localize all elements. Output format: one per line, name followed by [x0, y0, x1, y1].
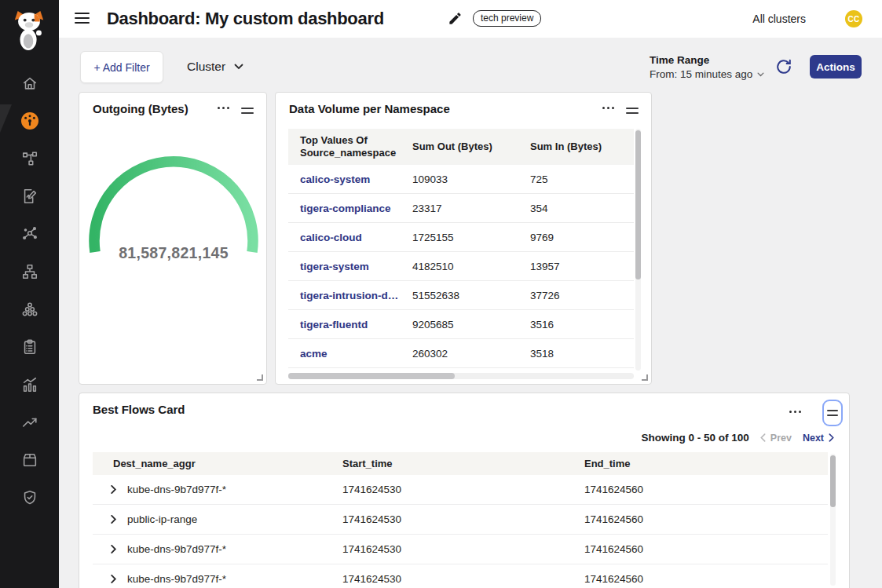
package-box-icon: [21, 451, 38, 469]
namespace-link[interactable]: calico-cloud: [288, 232, 401, 243]
namespace-link[interactable]: acme: [288, 348, 401, 360]
column-header: Start_time: [342, 458, 584, 469]
trend-arrow-icon: [21, 414, 38, 431]
sitemap-icon: [21, 263, 38, 280]
sidebar-item-service-graph[interactable]: [0, 145, 59, 172]
table-row-expandable[interactable]: public-ip-range 1741624530 1741624560: [93, 505, 828, 535]
time-range: Time Range From: 15 minutes ago: [650, 54, 764, 80]
sidebar-item-cluster-bubbles[interactable]: [0, 296, 59, 323]
sum-out-cell: 1725155: [401, 232, 518, 243]
chevron-left-icon: [760, 433, 766, 442]
ellipsis-menu-icon[interactable]: [601, 102, 616, 114]
namespace-link[interactable]: tigera-fluentd: [288, 319, 401, 331]
refresh-button[interactable]: [775, 58, 794, 77]
sum-in-cell: 3516: [518, 319, 634, 331]
sidebar-item-network-share[interactable]: [0, 221, 59, 247]
chevron-right-expand-icon[interactable]: [109, 545, 118, 553]
sum-in-cell: 13957: [518, 261, 634, 272]
table-header-row: Dest_name_aggr Start_time End_time: [93, 452, 828, 475]
sidebar-item-shield[interactable]: [0, 484, 59, 511]
sidebar-item-sitemap[interactable]: [0, 258, 59, 285]
prev-button[interactable]: Prev: [760, 433, 792, 444]
dest-cell: kube-dns-9b7d977f-*: [127, 573, 226, 585]
sidebar-item-trend[interactable]: [0, 409, 59, 436]
shield-check-icon: [21, 489, 38, 506]
sum-out-cell: 9205685: [401, 319, 518, 331]
end-time-cell: 1741624560: [584, 513, 828, 525]
edit-pencil-icon[interactable]: [448, 11, 463, 29]
column-header: Dest_name_aggr: [93, 458, 342, 469]
pagination: Showing 0 - 50 of 100 Prev Next: [642, 432, 834, 444]
table-row-expandable[interactable]: kube-dns-9b7d977f-* 1741624530 174162456…: [93, 564, 828, 588]
end-time-cell: 1741624560: [584, 543, 828, 555]
column-header: Top Values Of Source_namespace: [288, 130, 401, 165]
namespace-link[interactable]: tigera-intrusion-d…: [288, 290, 401, 301]
sum-in-cell: 3518: [518, 348, 634, 360]
sum-out-cell: 109033: [401, 173, 518, 185]
sum-in-cell: 37726: [518, 290, 634, 301]
actions-button[interactable]: Actions: [810, 55, 862, 79]
drag-handle-icon-focused[interactable]: [822, 400, 843, 426]
scrollbar-thumb[interactable]: [830, 455, 836, 507]
table-row: calico-cloud 1725155 9769: [288, 223, 634, 252]
dashboards-gauge-icon: [20, 111, 40, 131]
sidebar-item-package[interactable]: [0, 447, 59, 473]
horizontal-scrollbar[interactable]: [288, 373, 634, 379]
end-time-cell: 1741624560: [584, 573, 828, 585]
card-title: Outgoing (Bytes): [93, 102, 188, 115]
vertical-scrollbar[interactable]: [635, 129, 641, 371]
table-row-expandable[interactable]: kube-dns-9b7d977f-* 1741624530 174162456…: [93, 535, 828, 564]
dest-cell: public-ip-range: [127, 513, 197, 525]
table-row: tigera-intrusion-d… 51552638 37726: [288, 281, 634, 310]
prev-label: Prev: [770, 433, 792, 444]
cluster-selector[interactable]: All clusters: [752, 0, 806, 38]
start-time-cell: 1741624530: [342, 484, 584, 495]
table-header-row: Top Values Of Source_namespace Sum Out (…: [288, 129, 634, 165]
table-row-expandable[interactable]: kube-dns-9b7d977f-* 1741624530 174162456…: [93, 475, 828, 505]
home-icon: [21, 75, 38, 92]
dest-cell: kube-dns-9b7d977f-*: [127, 484, 226, 495]
sidebar-item-home[interactable]: [0, 70, 59, 97]
resize-corner-icon[interactable]: [642, 374, 648, 381]
scrollbar-thumb[interactable]: [288, 373, 455, 379]
vertical-scrollbar[interactable]: [830, 454, 836, 586]
cluster-filter-dropdown[interactable]: Cluster: [187, 49, 243, 84]
chevron-right-expand-icon[interactable]: [109, 485, 118, 494]
table-row: tigera-compliance 23317 354: [288, 194, 634, 223]
bar-chart-icon: [21, 376, 38, 393]
ellipsis-menu-icon[interactable]: [788, 406, 803, 418]
drag-handle-icon[interactable]: [241, 101, 254, 120]
gauge-value: 81,587,821,145: [79, 244, 268, 262]
time-range-label: Time Range: [650, 54, 764, 66]
sidebar-item-clipboard[interactable]: [0, 334, 59, 360]
namespace-link[interactable]: tigera-compliance: [288, 203, 401, 214]
namespace-link[interactable]: calico-system: [288, 173, 401, 185]
table-row: tigera-fluentd 9205685 3516: [288, 310, 634, 339]
time-range-value: From: 15 minutes ago: [650, 68, 752, 80]
scrollbar-thumb[interactable]: [635, 130, 641, 279]
add-filter-button[interactable]: + Add Filter: [80, 51, 163, 83]
data-volume-table: Top Values Of Source_namespace Sum Out (…: [288, 129, 634, 368]
card-outgoing-bytes: Outgoing (Bytes) 81,587,821,145: [79, 92, 267, 385]
calico-cat-logo[interactable]: [11, 9, 47, 55]
ellipsis-menu-icon[interactable]: [216, 102, 231, 114]
menu-icon[interactable]: [75, 13, 90, 27]
sum-out-cell: 51552638: [401, 290, 518, 301]
next-button[interactable]: Next: [803, 433, 834, 444]
chevron-right-expand-icon[interactable]: [109, 575, 118, 583]
chevron-right-expand-icon[interactable]: [109, 515, 118, 524]
avatar[interactable]: CC: [845, 10, 862, 27]
sidebar-item-bar-chart[interactable]: [0, 371, 59, 398]
sidebar-item-dashboards-active[interactable]: [0, 108, 59, 134]
clipboard-icon: [21, 338, 38, 356]
column-header: Sum In (Bytes): [518, 136, 634, 158]
sidebar-item-policy-edit[interactable]: [0, 183, 59, 210]
sum-in-cell: 9769: [518, 232, 634, 243]
network-share-icon: [21, 225, 38, 243]
chevron-down-icon: [757, 72, 764, 77]
resize-corner-icon[interactable]: [257, 374, 263, 381]
namespace-link[interactable]: tigera-system: [288, 261, 401, 272]
table-row: acme 260302 3518: [288, 339, 634, 368]
time-range-dropdown[interactable]: From: 15 minutes ago: [650, 68, 764, 80]
drag-handle-icon[interactable]: [626, 101, 639, 120]
